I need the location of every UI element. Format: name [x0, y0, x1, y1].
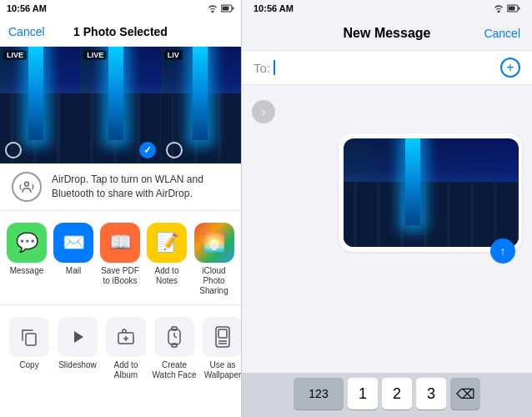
share-app-notes-label: Add to Notes	[147, 266, 187, 286]
photo-select-circle-1	[5, 142, 22, 158]
live-badge-2: LIVE	[83, 50, 107, 60]
svg-rect-16	[218, 329, 227, 338]
status-icons-right	[493, 4, 520, 13]
key-1[interactable]: 1	[348, 378, 378, 409]
svg-rect-3	[233, 8, 234, 10]
mail-app-icon: ✉️	[53, 223, 93, 263]
airdrop-row[interactable]: AirDrop. Tap to turn on WLAN and Bluetoo…	[0, 163, 241, 211]
share-apps-row: 💬 Message ✉️ Mail 📖 Save PDF to iBooks 📝…	[0, 211, 241, 305]
live-badge-3: LIV	[164, 50, 183, 60]
attached-photo	[344, 138, 519, 247]
photo-grid: LIVE LIVE ✓ LIV	[0, 47, 241, 163]
send-button[interactable]: ↑	[490, 239, 515, 264]
svg-rect-2	[223, 7, 229, 11]
add-album-icon	[106, 317, 146, 357]
text-cursor	[274, 60, 275, 75]
svg-rect-12	[172, 344, 177, 347]
photos-app-icon: 🌅	[194, 223, 234, 263]
action-watch-face[interactable]: Create Watch Face	[152, 317, 197, 405]
keyboard-main-row: 123 1 2 3 ⌫	[245, 378, 529, 409]
svg-rect-21	[509, 7, 515, 11]
airdrop-text: AirDrop. Tap to turn on WLAN and Bluetoo…	[52, 173, 229, 201]
message-bubble	[339, 133, 522, 252]
status-time-left: 10:56 AM	[7, 3, 47, 13]
svg-point-19	[498, 11, 500, 13]
numeric-keyboard: 123 1 2 3 ⌫	[242, 373, 532, 417]
status-bar-left: 10:56 AM	[0, 0, 241, 17]
action-slideshow-label: Slideshow	[58, 360, 97, 370]
svg-point-4	[25, 182, 29, 186]
copy-icon	[9, 317, 49, 357]
to-field[interactable]: To: +	[242, 50, 532, 85]
key-delete[interactable]: ⌫	[450, 378, 480, 409]
share-sheet-panel: 10:56 AM Cancel 1 Photo Selected LIVE LI…	[0, 0, 242, 417]
action-add-album-label: Add to Album	[103, 360, 148, 380]
share-app-mail-label: Mail	[66, 266, 81, 276]
compose-title: New Message	[344, 26, 431, 41]
share-app-books[interactable]: 📖 Save PDF to iBooks	[100, 223, 140, 296]
photo-select-circle-3	[166, 142, 183, 158]
wallpaper-icon	[203, 317, 241, 357]
share-app-photos-label: iCloud Photo Sharing	[193, 266, 234, 296]
message-compose-panel: 10:56 AM New Message Cancel To: + › ↑	[242, 0, 532, 417]
airdrop-icon	[12, 172, 42, 202]
actions-row: Copy Slideshow Add to Album	[0, 305, 241, 417]
status-time-right: 10:56 AM	[253, 3, 294, 13]
share-app-books-label: Save PDF to iBooks	[100, 266, 140, 286]
action-copy[interactable]: Copy	[7, 317, 52, 405]
photo-item-1[interactable]: LIVE	[0, 47, 80, 163]
notes-app-icon: 📝	[147, 223, 187, 263]
to-label: To:	[253, 61, 270, 75]
svg-line-14	[174, 336, 177, 338]
slideshow-icon	[58, 317, 98, 357]
status-bar-right: 10:56 AM	[242, 0, 532, 17]
photo-count-title: 1 Photo Selected	[73, 25, 168, 38]
status-icons-left	[207, 4, 234, 13]
key-3[interactable]: 3	[416, 378, 446, 409]
action-slideshow[interactable]: Slideshow	[55, 317, 100, 405]
action-add-album[interactable]: Add to Album	[103, 317, 148, 405]
share-app-message[interactable]: 💬 Message	[7, 223, 47, 296]
svg-rect-10	[168, 329, 180, 344]
nav-bar-left: Cancel 1 Photo Selected	[0, 17, 241, 47]
svg-marker-6	[74, 331, 83, 343]
svg-rect-11	[172, 327, 177, 330]
svg-rect-22	[519, 8, 520, 10]
message-body: › ↑	[242, 85, 532, 373]
photo-check-2: ✓	[139, 142, 156, 158]
live-badge-1: LIVE	[3, 50, 27, 60]
add-recipient-button[interactable]: +	[500, 58, 520, 78]
share-app-mail[interactable]: ✉️ Mail	[53, 223, 93, 296]
photo-item-3[interactable]: LIV	[161, 47, 241, 163]
message-app-icon: 💬	[7, 223, 47, 263]
watch-face-icon	[154, 317, 194, 357]
share-app-message-label: Message	[10, 266, 44, 276]
nav-bar-right: New Message Cancel	[242, 17, 532, 50]
share-app-photos[interactable]: 🌅 iCloud Photo Sharing	[193, 223, 234, 296]
scroll-right-button[interactable]: ›	[252, 100, 275, 123]
action-wallpaper-label: Use as Wallpaper	[200, 360, 241, 380]
books-app-icon: 📖	[100, 223, 140, 263]
photo-item-2[interactable]: LIVE ✓	[80, 47, 160, 163]
action-watch-face-label: Create Watch Face	[152, 360, 197, 380]
cancel-button-right[interactable]: Cancel	[484, 27, 520, 40]
share-app-notes[interactable]: 📝 Add to Notes	[147, 223, 187, 296]
svg-point-0	[212, 11, 214, 13]
action-copy-label: Copy	[19, 360, 38, 370]
action-wallpaper[interactable]: Use as Wallpaper	[200, 317, 241, 405]
cancel-button-left[interactable]: Cancel	[8, 25, 45, 38]
svg-rect-5	[26, 334, 36, 345]
key-123[interactable]: 123	[294, 378, 344, 409]
key-2[interactable]: 2	[382, 378, 412, 409]
